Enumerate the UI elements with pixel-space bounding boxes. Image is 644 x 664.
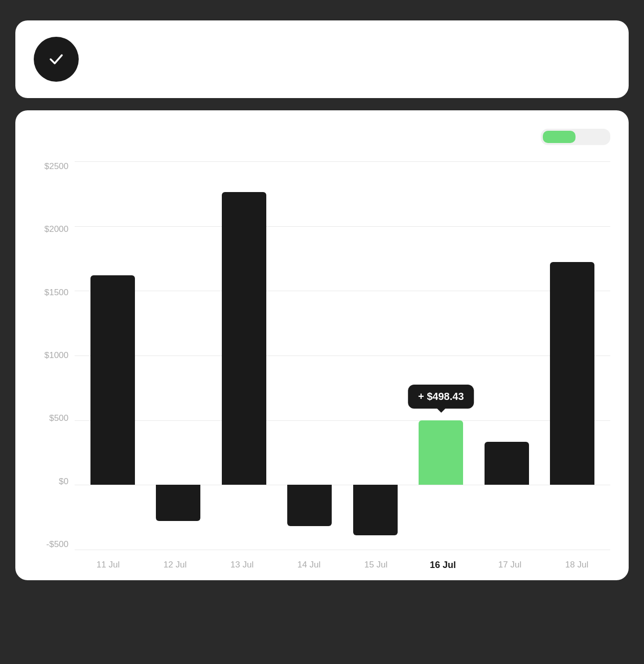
bar-group-12-Jul bbox=[146, 161, 212, 550]
bar-group-13-Jul bbox=[211, 161, 277, 550]
y-label-0: $0 bbox=[34, 477, 75, 487]
bar-group-16-Jul: + $498.43 bbox=[408, 161, 474, 550]
x-label-11-Jul: 11 Jul bbox=[75, 560, 142, 570]
notification-card bbox=[15, 20, 629, 98]
earnings-card: $2500 $2000 $1500 $1000 $500 $0 -$500 bbox=[15, 110, 629, 580]
earnings-header bbox=[34, 129, 610, 145]
bar-group-11-Jul bbox=[80, 161, 146, 550]
y-label-2000: $2000 bbox=[34, 224, 75, 234]
check-circle-icon bbox=[34, 37, 79, 82]
y-label-2500: $2500 bbox=[34, 161, 75, 172]
y-label-500: $500 bbox=[34, 413, 75, 423]
bar-group-17-Jul bbox=[474, 161, 540, 550]
y-axis: $2500 $2000 $1500 $1000 $500 $0 -$500 bbox=[34, 161, 75, 550]
bar-group-14-Jul bbox=[277, 161, 343, 550]
y-label-neg500: -$500 bbox=[34, 539, 75, 550]
bar-tooltip: + $498.43 bbox=[408, 385, 474, 409]
tab-group bbox=[541, 129, 610, 145]
x-axis: 11 Jul12 Jul13 Jul14 Jul15 Jul16 Jul17 J… bbox=[75, 550, 610, 580]
tab-days[interactable] bbox=[543, 131, 576, 143]
bar-group-18-Jul bbox=[540, 161, 606, 550]
chart-area: $2500 $2000 $1500 $1000 $500 $0 -$500 bbox=[34, 161, 610, 580]
x-label-18-Jul: 18 Jul bbox=[543, 560, 610, 570]
x-label-16-Jul: 16 Jul bbox=[409, 560, 476, 571]
x-label-12-Jul: 12 Jul bbox=[142, 560, 209, 570]
x-label-13-Jul: 13 Jul bbox=[209, 560, 275, 570]
bar-group-15-Jul bbox=[342, 161, 408, 550]
tab-months[interactable] bbox=[576, 131, 608, 143]
x-label-14-Jul: 14 Jul bbox=[275, 560, 342, 570]
y-label-1500: $1500 bbox=[34, 288, 75, 298]
y-label-1000: $1000 bbox=[34, 350, 75, 361]
bars-container: + $498.43 bbox=[75, 161, 610, 550]
x-label-17-Jul: 17 Jul bbox=[476, 560, 543, 570]
x-label-15-Jul: 15 Jul bbox=[342, 560, 409, 570]
